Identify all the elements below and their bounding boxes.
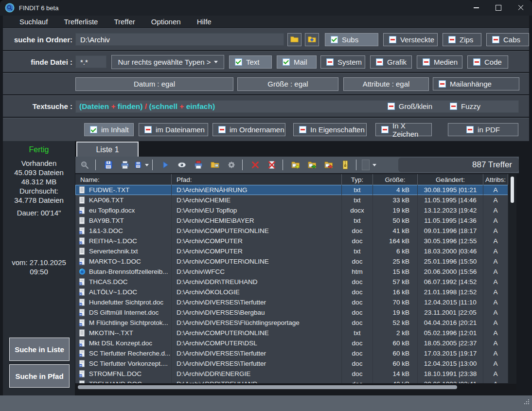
column-header-2[interactable]: Typ:	[342, 174, 373, 185]
table-row[interactable]: STROMFNL.DOCD:\Archiv\DDR\ENERGIEdoc14 k…	[75, 369, 508, 379]
in-eigenschaften-option[interactable]: In Eigenschaften	[293, 123, 367, 136]
remove-all-button[interactable]	[265, 158, 279, 172]
table-row[interactable]: 1&1-3.DOCD:\Archiv\COMPUTER\ONLINEdoc41 …	[75, 226, 508, 236]
type-filter-dropdown[interactable]: Nur rechts gewählte Typen >	[111, 55, 224, 69]
maximize-button[interactable]	[487, 0, 510, 16]
menu-item-treffer[interactable]: Treffer	[114, 18, 135, 26]
table-row[interactable]: Mkt DSL Konzept.docD:\Archiv\COMPUTER\DS…	[75, 338, 508, 348]
fuzzy-option[interactable]: Fuzzy	[450, 102, 480, 110]
table-row[interactable]: DS Giftmüll Internet.docD:\Archiv\DIVERS…	[75, 307, 508, 318]
suche-in-liste-button[interactable]: Suche in Liste	[9, 338, 70, 361]
table-row[interactable]: eu Topflop.docxD:\Archiv\EU Topflopdocx1…	[75, 205, 508, 215]
option-label: im Ordnernamen	[230, 125, 284, 134]
table-row[interactable]: Butan-Brennstoffzellereib...D:\Archiv\WF…	[75, 267, 508, 277]
im-ordnernamen-option[interactable]: im Ordnernamen	[213, 123, 285, 136]
unchecked-checkbox-icon	[218, 126, 226, 133]
unchecked-checkbox-icon	[473, 58, 480, 66]
system-option[interactable]: System	[320, 55, 365, 69]
remove-button[interactable]	[248, 158, 263, 172]
view-button[interactable]	[175, 158, 189, 172]
in-x-zeichen-option[interactable]: In X Zeichen	[375, 123, 432, 136]
play-button[interactable]	[158, 158, 173, 172]
name-cell: FUDWE-.TXT	[75, 185, 172, 195]
tab-liste-1[interactable]: Liste 1	[76, 142, 139, 157]
open-folder-button[interactable]	[208, 158, 222, 172]
add-folder-button[interactable]	[305, 33, 319, 46]
subs-option[interactable]: Subs	[325, 33, 378, 46]
title-bar[interactable]: FINDIT 6 beta	[0, 0, 532, 16]
modified-cell: 20.06.2000 |15:56	[418, 267, 483, 277]
mail-option[interactable]: Mail	[277, 55, 317, 69]
horizontal-scrollbar[interactable]	[75, 384, 516, 390]
column-header-1[interactable]: Pfad:	[172, 174, 342, 185]
text-option[interactable]: Text	[229, 55, 272, 69]
im-inhalt-option[interactable]: im Inhalt	[84, 123, 134, 136]
im-dateinamen-option[interactable]: im Dateinamen	[139, 123, 208, 136]
file-name: Servertechnik.txt	[89, 248, 138, 255]
search-duration: Dauer: 00'14"	[3, 209, 75, 217]
browse-folder-button[interactable]	[287, 33, 301, 46]
settings-button[interactable]	[224, 158, 239, 172]
resize-grip-icon[interactable]	[524, 403, 525, 404]
table-row[interactable]: Hundefutter Sichtprot.docD:\Archiv\DIVER…	[75, 297, 508, 307]
table-row[interactable]: THCAS.DOCD:\Archiv\DDR\TREUHANDdoc57 kB0…	[75, 277, 508, 287]
vertical-scrollbar[interactable]	[508, 174, 516, 390]
column-header-0[interactable]: Name:	[75, 174, 172, 185]
table-row[interactable]: SC Tierfutter Recherche.d...D:\Archiv\DI…	[75, 348, 508, 358]
print-button[interactable]	[118, 158, 132, 172]
medien-option[interactable]: Medien	[417, 55, 462, 69]
vertical-scroll-thumb[interactable]	[511, 177, 514, 203]
save-as-button[interactable]	[134, 158, 149, 172]
cabs-option[interactable]: Cabs	[486, 33, 529, 46]
suche-in-pfad-button[interactable]: Suche in Pfad	[9, 364, 70, 388]
column-header-3[interactable]: Größe:	[373, 174, 418, 185]
table-row[interactable]: TREUHAND.DOCD:\Archiv\DDR\TREUHANDdoc40 …	[75, 379, 508, 383]
in-pdf-option[interactable]: in PDF	[448, 123, 518, 136]
layout-dropdown-button[interactable]	[362, 158, 376, 172]
save-button[interactable]	[101, 158, 116, 172]
zips-option[interactable]: Zips	[443, 33, 481, 46]
minimize-button[interactable]	[465, 0, 487, 16]
table-row[interactable]: Servertechnik.txtD:\Archiv\COMPUTERtxt6 …	[75, 246, 508, 256]
code-option[interactable]: Code	[467, 55, 508, 69]
print-active-button[interactable]	[191, 158, 206, 172]
table-row[interactable]: SC Tierfutter Vorkonzept....D:\Archiv\DI…	[75, 358, 508, 369]
attribute-filter-button[interactable]: Attribute : egal	[343, 77, 429, 91]
menu-item-trefferliste[interactable]: Trefferliste	[64, 18, 98, 26]
menu-item-optionen[interactable]: Optionen	[151, 18, 181, 26]
file-name: Hundefutter Sichtprot.doc	[89, 299, 163, 306]
column-header-5[interactable]: Attribs:	[483, 174, 508, 185]
search-button[interactable]	[77, 158, 92, 172]
folder-input[interactable]: D:\Archiv	[75, 33, 284, 46]
filename-pattern-input[interactable]: *.*	[75, 55, 106, 68]
table-row[interactable]: ALTÖLV~1.DOCD:\Archiv\ÖKOLOGIEdoc16 kB21…	[75, 287, 508, 297]
window-controls	[465, 0, 532, 16]
column-header-4[interactable]: Geändert:	[418, 174, 483, 185]
file-doc-icon	[79, 288, 86, 296]
export-copy-button[interactable]	[288, 158, 303, 172]
table-row[interactable]: BAY9B.TXTD:\Archiv\CHEMIE\BAYERtxt50 kB1…	[75, 215, 508, 226]
path-cell: D:\Archiv\CHEMIE\BAYER	[172, 215, 342, 226]
groesse-filter-button[interactable]: Größe : egal	[237, 77, 338, 91]
menu-item-hilfe[interactable]: Hilfe	[197, 18, 212, 26]
datum-filter-button[interactable]: Datum : egal	[75, 77, 233, 91]
table-row[interactable]: REITHA~1.DOCD:\Archiv\COMPUTERdoc164 kB3…	[75, 236, 508, 246]
export-move-button[interactable]	[305, 158, 319, 172]
grossklein-option[interactable]: Groß/klein	[388, 102, 432, 110]
close-button[interactable]	[510, 0, 532, 16]
table-row[interactable]: KAP06.TXTD:\Archiv\CHEMIEtxt33 kB11.05.1…	[75, 195, 508, 205]
zip-button[interactable]	[338, 158, 353, 172]
menu-item-suchlauf[interactable]: Suchlauf	[19, 18, 48, 26]
grafik-option[interactable]: Grafik	[370, 55, 412, 69]
table-row[interactable]: FUDWE-.TXTD:\Archiv\ERNÄHRUNGtxt4 kB30.0…	[75, 185, 508, 195]
versteckte-option[interactable]: Versteckte	[383, 33, 438, 46]
export-delete-button[interactable]	[321, 158, 336, 172]
horizontal-scroll-thumb[interactable]	[78, 385, 457, 389]
table-row[interactable]: M Flüchtlinge Sichtprotok...D:\Archiv\DI…	[75, 318, 508, 328]
chevron-down-icon	[145, 164, 149, 166]
table-row[interactable]: MARKTO~1.DOCD:\Archiv\COMPUTER\ONLINEdoc…	[75, 256, 508, 267]
mailanhaenge-option[interactable]: Mailanhänge	[433, 77, 519, 90]
chevron-down-icon	[214, 61, 218, 63]
text-search-input[interactable]: (Dateien + finden) / (schnell + einfach)…	[75, 100, 519, 113]
table-row[interactable]: MKOTIN--.TXTD:\Archiv\COMPUTER\ONLINEtxt…	[75, 328, 508, 338]
